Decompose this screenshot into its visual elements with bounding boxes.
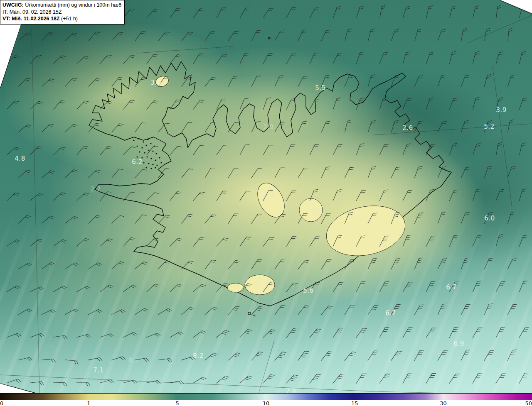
title-line-valid-time: VT: Mið. 11.02.2026 18Z (+51 h) [2,15,121,22]
colorbar-tick-label: 1 [87,400,90,406]
colorbar-tick-label: 0 [0,400,3,406]
map-canvas [0,0,532,394]
colorbar-gradient [0,393,532,400]
colorbar-tick-label: 50 [525,400,532,406]
title-line-product: UWC/IG: Úrkomumætti (mm) og vindur i 100… [2,2,121,9]
colorbar-tick-labels: 01510153050 [0,400,532,406]
colorbar-tick-label: 5 [175,400,179,406]
weather-chart-screen: 3.05.52.92.63.95.24.86.22.21.41.26.05.66… [0,0,532,406]
colorbar-tick-label: 15 [351,400,358,406]
colorbar-tick-label: 30 [440,400,447,406]
title-box: UWC/IG: Úrkomumætti (mm) og vindur i 100… [0,0,125,24]
iceland-coastline [89,37,451,316]
title-line-init-time: IT: Mán. 09. 02. 2026 15Z [2,9,121,16]
colorbar-tick-label: 10 [263,400,270,406]
weather-map: 3.05.52.92.63.95.24.86.22.21.41.26.05.66… [0,0,532,394]
colorbar: 01510153050 [0,393,532,406]
